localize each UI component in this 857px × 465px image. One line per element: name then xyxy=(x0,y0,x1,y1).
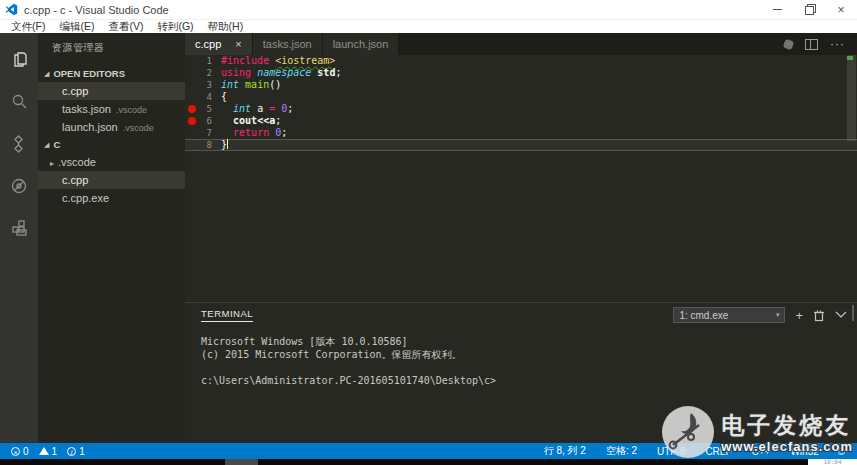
code-line[interactable]: 2using namespace std; xyxy=(185,67,857,79)
file-name: c.cpp xyxy=(62,174,88,186)
status-warning[interactable]: 1 xyxy=(36,446,61,457)
menu-item[interactable]: 查看(V) xyxy=(101,20,150,34)
breakpoint-icon[interactable] xyxy=(188,117,196,125)
code-gutter[interactable]: 8 xyxy=(185,139,221,151)
panel-toolbar: 1: cmd.exe ▾ + xyxy=(673,307,847,323)
status-item[interactable]: CRLF xyxy=(702,446,734,457)
trash-icon xyxy=(813,309,825,322)
code-line[interactable]: 8} xyxy=(185,139,857,151)
close-button[interactable]: × xyxy=(825,0,857,19)
menu-item[interactable]: 帮助(H) xyxy=(201,20,251,34)
editor-tab[interactable]: launch.json xyxy=(323,33,400,55)
menu-item[interactable]: 转到(G) xyxy=(150,20,200,34)
activity-search[interactable] xyxy=(0,81,38,123)
open-editors-header[interactable]: ◢ OPEN EDITORS xyxy=(38,65,185,82)
chevron-down-icon xyxy=(835,311,847,319)
terminal-line: c:\Users\Administrator.PC-201605101740\D… xyxy=(201,374,857,387)
vscode-window: c.cpp - c - Visual Studio Code × 文件(F)编辑… xyxy=(0,0,857,465)
line-number: 2 xyxy=(207,67,221,79)
activity-debug[interactable] xyxy=(0,165,38,207)
kill-terminal-button[interactable] xyxy=(813,309,825,322)
code-gutter[interactable]: 1 xyxy=(185,55,221,67)
editor-tab[interactable]: c.cpp× xyxy=(185,33,253,55)
activity-source-control[interactable] xyxy=(0,123,38,165)
breakpoint-icon[interactable] xyxy=(188,105,196,113)
code-line[interactable]: 3int main() xyxy=(185,79,857,91)
dropdown-arrow-icon: ▾ xyxy=(776,311,780,319)
folder-section-header[interactable]: ◢ C xyxy=(38,136,185,153)
code-token: namespace xyxy=(257,67,317,78)
code-gutter[interactable]: 3 xyxy=(185,79,221,91)
status-item[interactable]: Win32 xyxy=(787,446,821,457)
file-name: c.cpp xyxy=(62,85,88,97)
extensions-icon xyxy=(8,217,30,239)
tree-item[interactable]: ▸.vscode xyxy=(38,153,185,171)
panel-header: TERMINAL 1: cmd.exe ▾ + xyxy=(185,303,857,327)
activity-bar xyxy=(0,33,38,443)
code-token: #include xyxy=(221,55,275,66)
source-control-icon xyxy=(8,133,30,155)
terminal-scrollbar[interactable] xyxy=(852,305,854,321)
terminal-panel: TERMINAL 1: cmd.exe ▾ + xyxy=(185,302,857,443)
code-token: int xyxy=(233,103,257,114)
open-editor-item[interactable]: c.cpp xyxy=(38,82,185,100)
feedback-smiley-icon[interactable]: ☺ xyxy=(836,445,847,457)
tab-close-icon[interactable]: × xyxy=(235,38,241,50)
status-item[interactable]: C++ xyxy=(749,446,774,457)
status-item[interactable]: 空格: 2 xyxy=(603,444,640,458)
open-editor-item[interactable]: launch.json.vscode xyxy=(38,118,185,136)
open-changes-icon[interactable] xyxy=(783,38,795,50)
code-token: () xyxy=(269,79,281,90)
code-line[interactable]: 6 cout<<a; xyxy=(185,115,857,127)
status-info[interactable]: i1 xyxy=(64,446,88,457)
file-tree: ▸.vscodec.cppc.cpp.exe xyxy=(38,153,185,207)
taskbar-clock: 10:04 xyxy=(808,459,857,465)
code-token: = xyxy=(269,103,281,114)
tree-item[interactable]: c.cpp.exe xyxy=(38,189,185,207)
status-item[interactable]: 行 8, 列 2 xyxy=(541,444,589,458)
code-gutter[interactable]: 2 xyxy=(185,67,221,79)
menu-item[interactable]: 文件(F) xyxy=(4,20,52,34)
open-editor-item[interactable]: tasks.json.vscode xyxy=(38,100,185,118)
split-editor-icon[interactable] xyxy=(805,39,818,50)
code-line[interactable]: 7 return 0; xyxy=(185,127,857,139)
code-gutter[interactable]: 6 xyxy=(185,115,221,127)
code-gutter[interactable]: 4 xyxy=(185,91,221,103)
restore-button[interactable] xyxy=(793,0,825,19)
code-gutter[interactable]: 7 xyxy=(185,127,221,139)
hide-panel-button[interactable] xyxy=(835,311,847,319)
status-bar: ×01i1 行 8, 列 2空格: 2UTF-8CRLFC++Win32☺ xyxy=(0,443,857,459)
code-token: { xyxy=(221,91,227,102)
terminal-line xyxy=(201,361,857,374)
status-item[interactable]: UTF-8 xyxy=(654,446,688,457)
terminal-tab[interactable]: TERMINAL xyxy=(201,308,253,322)
code-line[interactable]: 1#include <iostream> xyxy=(185,55,857,67)
status-problems[interactable]: ×01i1 xyxy=(0,446,88,457)
tree-item[interactable]: c.cpp xyxy=(38,171,185,189)
more-actions-icon[interactable]: ··· xyxy=(830,41,845,47)
new-terminal-button[interactable]: + xyxy=(795,309,803,322)
editor-region: c.cpp×tasks.jsonlaunch.json··· 1#include… xyxy=(185,33,857,443)
file-name: .vscode xyxy=(58,156,96,168)
menu-item[interactable]: 编辑(E) xyxy=(52,20,101,34)
code-editor[interactable]: 1#include <iostream>2using namespace std… xyxy=(185,55,857,302)
code-token: ; xyxy=(281,127,287,138)
window-controls: × xyxy=(761,0,857,19)
minimize-button[interactable] xyxy=(761,0,793,19)
chevron-expanded-icon: ◢ xyxy=(44,70,49,78)
code-gutter[interactable]: 5 xyxy=(185,103,221,115)
editor-tab[interactable]: tasks.json xyxy=(253,33,323,55)
activity-explorer[interactable] xyxy=(0,39,39,81)
status-error[interactable]: ×0 xyxy=(8,446,32,457)
code-token: using xyxy=(221,67,257,78)
code-token: ; xyxy=(335,67,341,78)
open-editors-label: OPEN EDITORS xyxy=(53,68,125,79)
code-line[interactable]: 4{ xyxy=(185,91,857,103)
terminal-select[interactable]: 1: cmd.exe ▾ xyxy=(673,307,785,323)
terminal-output[interactable]: Microsoft Windows [版本 10.0.10586](c) 201… xyxy=(185,327,857,387)
activity-extensions[interactable] xyxy=(0,207,38,249)
warning-icon xyxy=(39,447,49,455)
file-suffix: .vscode xyxy=(116,105,147,115)
code-line[interactable]: 5 int a = 0; xyxy=(185,103,857,115)
line-number: 1 xyxy=(207,55,221,67)
